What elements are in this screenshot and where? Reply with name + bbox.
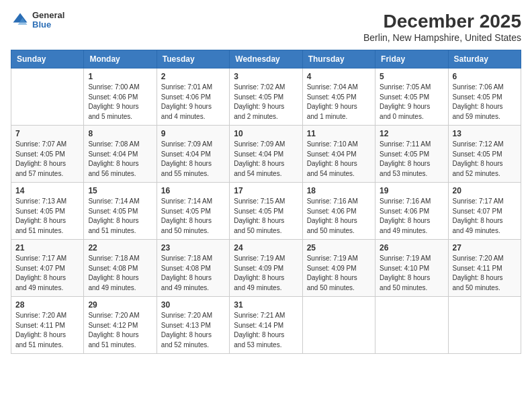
calendar-cell: 5Sunrise: 7:05 AMSunset: 4:05 PMDaylight…	[375, 68, 448, 126]
day-number: 21	[15, 243, 79, 253]
day-info: Sunrise: 7:14 AMSunset: 4:05 PMDaylight:…	[88, 197, 152, 236]
calendar-header-row: SundayMondayTuesdayWednesdayThursdayFrid…	[11, 50, 521, 68]
calendar-week-row: 14Sunrise: 7:13 AMSunset: 4:05 PMDayligh…	[11, 183, 521, 240]
day-number: 7	[15, 129, 79, 138]
day-info: Sunrise: 7:05 AMSunset: 4:05 PMDaylight:…	[380, 83, 443, 122]
calendar-cell: 12Sunrise: 7:11 AMSunset: 4:05 PMDayligh…	[375, 126, 448, 183]
calendar-day-header: Saturday	[448, 50, 521, 68]
day-info: Sunrise: 7:11 AMSunset: 4:05 PMDaylight:…	[380, 140, 443, 179]
calendar-cell: 17Sunrise: 7:15 AMSunset: 4:05 PMDayligh…	[230, 183, 302, 240]
day-info: Sunrise: 7:20 AMSunset: 4:13 PMDaylight:…	[161, 311, 225, 350]
day-number: 30	[161, 300, 225, 310]
calendar-cell: 21Sunrise: 7:17 AMSunset: 4:07 PMDayligh…	[11, 240, 84, 297]
day-number: 11	[307, 129, 371, 138]
calendar-cell: 18Sunrise: 7:16 AMSunset: 4:06 PMDayligh…	[302, 183, 375, 240]
calendar-day-header: Thursday	[302, 50, 375, 68]
calendar-day-header: Tuesday	[157, 50, 229, 68]
day-info: Sunrise: 7:20 AMSunset: 4:11 PMDaylight:…	[15, 311, 79, 350]
day-info: Sunrise: 7:02 AMSunset: 4:05 PMDaylight:…	[234, 83, 298, 122]
calendar-header: SundayMondayTuesdayWednesdayThursdayFrid…	[11, 50, 521, 68]
calendar-cell	[375, 297, 448, 354]
day-number: 9	[161, 129, 225, 138]
day-number: 2	[161, 72, 225, 81]
day-number: 13	[453, 129, 517, 138]
day-info: Sunrise: 7:18 AMSunset: 4:08 PMDaylight:…	[88, 254, 152, 293]
logo-general-text: General	[32, 11, 64, 20]
calendar-week-row: 1Sunrise: 7:00 AMSunset: 4:06 PMDaylight…	[11, 68, 521, 126]
day-info: Sunrise: 7:08 AMSunset: 4:04 PMDaylight:…	[88, 140, 152, 179]
calendar-cell: 14Sunrise: 7:13 AMSunset: 4:05 PMDayligh…	[11, 183, 84, 240]
day-info: Sunrise: 7:16 AMSunset: 4:06 PMDaylight:…	[307, 197, 371, 236]
day-number: 24	[234, 243, 298, 253]
calendar-cell: 27Sunrise: 7:20 AMSunset: 4:11 PMDayligh…	[448, 240, 521, 297]
calendar-cell	[448, 297, 521, 354]
day-info: Sunrise: 7:07 AMSunset: 4:05 PMDaylight:…	[15, 140, 79, 179]
day-number: 29	[88, 300, 152, 310]
day-info: Sunrise: 7:00 AMSunset: 4:06 PMDaylight:…	[88, 83, 152, 122]
calendar-cell	[11, 68, 84, 126]
day-info: Sunrise: 7:21 AMSunset: 4:14 PMDaylight:…	[234, 311, 298, 350]
day-number: 22	[88, 243, 152, 253]
day-info: Sunrise: 7:13 AMSunset: 4:05 PMDaylight:…	[15, 197, 79, 236]
day-info: Sunrise: 7:14 AMSunset: 4:05 PMDaylight:…	[161, 197, 225, 236]
day-info: Sunrise: 7:06 AMSunset: 4:05 PMDaylight:…	[453, 83, 517, 122]
day-number: 16	[161, 186, 225, 195]
calendar-cell: 4Sunrise: 7:04 AMSunset: 4:05 PMDaylight…	[302, 68, 375, 126]
svg-marker-0	[13, 13, 28, 23]
calendar-cell: 10Sunrise: 7:09 AMSunset: 4:04 PMDayligh…	[230, 126, 302, 183]
day-number: 18	[307, 186, 371, 195]
day-number: 20	[453, 186, 517, 195]
calendar-cell: 23Sunrise: 7:18 AMSunset: 4:08 PMDayligh…	[157, 240, 229, 297]
calendar-cell: 28Sunrise: 7:20 AMSunset: 4:11 PMDayligh…	[11, 297, 84, 354]
calendar-cell: 25Sunrise: 7:19 AMSunset: 4:09 PMDayligh…	[302, 240, 375, 297]
day-number: 15	[88, 186, 152, 195]
logo-text: General Blue	[32, 11, 64, 30]
calendar-cell: 31Sunrise: 7:21 AMSunset: 4:14 PMDayligh…	[230, 297, 302, 354]
day-number: 28	[15, 300, 79, 310]
day-info: Sunrise: 7:15 AMSunset: 4:05 PMDaylight:…	[234, 197, 298, 236]
day-number: 10	[234, 129, 298, 138]
calendar-cell: 20Sunrise: 7:17 AMSunset: 4:07 PMDayligh…	[448, 183, 521, 240]
day-info: Sunrise: 7:19 AMSunset: 4:10 PMDaylight:…	[380, 254, 443, 293]
day-info: Sunrise: 7:20 AMSunset: 4:11 PMDaylight:…	[453, 254, 517, 293]
calendar-day-header: Sunday	[11, 50, 84, 68]
page-header: General Blue December 2025 Berlin, New H…	[11, 11, 521, 43]
calendar-cell: 22Sunrise: 7:18 AMSunset: 4:08 PMDayligh…	[84, 240, 157, 297]
calendar-cell: 7Sunrise: 7:07 AMSunset: 4:05 PMDaylight…	[11, 126, 84, 183]
day-number: 25	[307, 243, 371, 253]
calendar-week-row: 21Sunrise: 7:17 AMSunset: 4:07 PMDayligh…	[11, 240, 521, 297]
calendar-cell: 6Sunrise: 7:06 AMSunset: 4:05 PMDaylight…	[448, 68, 521, 126]
calendar-week-row: 7Sunrise: 7:07 AMSunset: 4:05 PMDaylight…	[11, 126, 521, 183]
calendar-day-header: Wednesday	[230, 50, 302, 68]
calendar-day-header: Monday	[84, 50, 157, 68]
calendar-cell: 29Sunrise: 7:20 AMSunset: 4:12 PMDayligh…	[84, 297, 157, 354]
title-block: December 2025 Berlin, New Hampshire, Uni…	[363, 11, 521, 43]
day-info: Sunrise: 7:19 AMSunset: 4:09 PMDaylight:…	[234, 254, 298, 293]
day-number: 5	[380, 72, 443, 81]
calendar-cell: 11Sunrise: 7:10 AMSunset: 4:04 PMDayligh…	[302, 126, 375, 183]
day-number: 12	[380, 129, 443, 138]
day-info: Sunrise: 7:17 AMSunset: 4:07 PMDaylight:…	[15, 254, 79, 293]
calendar-cell: 1Sunrise: 7:00 AMSunset: 4:06 PMDaylight…	[84, 68, 157, 126]
day-number: 27	[453, 243, 517, 253]
calendar-day-header: Friday	[375, 50, 448, 68]
calendar-body: 1Sunrise: 7:00 AMSunset: 4:06 PMDaylight…	[11, 68, 521, 354]
calendar-cell: 9Sunrise: 7:09 AMSunset: 4:04 PMDaylight…	[157, 126, 229, 183]
day-info: Sunrise: 7:09 AMSunset: 4:04 PMDaylight:…	[234, 140, 298, 179]
day-number: 8	[88, 129, 152, 138]
day-info: Sunrise: 7:09 AMSunset: 4:04 PMDaylight:…	[161, 140, 225, 179]
calendar-table: SundayMondayTuesdayWednesdayThursdayFrid…	[11, 50, 521, 354]
day-number: 19	[380, 186, 443, 195]
day-info: Sunrise: 7:20 AMSunset: 4:12 PMDaylight:…	[88, 311, 152, 350]
day-info: Sunrise: 7:16 AMSunset: 4:06 PMDaylight:…	[380, 197, 443, 236]
calendar-cell: 24Sunrise: 7:19 AMSunset: 4:09 PMDayligh…	[230, 240, 302, 297]
day-number: 6	[453, 72, 517, 81]
calendar-cell: 19Sunrise: 7:16 AMSunset: 4:06 PMDayligh…	[375, 183, 448, 240]
calendar-cell: 30Sunrise: 7:20 AMSunset: 4:13 PMDayligh…	[157, 297, 229, 354]
calendar-cell: 26Sunrise: 7:19 AMSunset: 4:10 PMDayligh…	[375, 240, 448, 297]
logo-icon	[11, 11, 30, 30]
calendar-cell: 2Sunrise: 7:01 AMSunset: 4:06 PMDaylight…	[157, 68, 229, 126]
calendar-cell: 13Sunrise: 7:12 AMSunset: 4:05 PMDayligh…	[448, 126, 521, 183]
day-number: 26	[380, 243, 443, 253]
day-number: 14	[15, 186, 79, 195]
